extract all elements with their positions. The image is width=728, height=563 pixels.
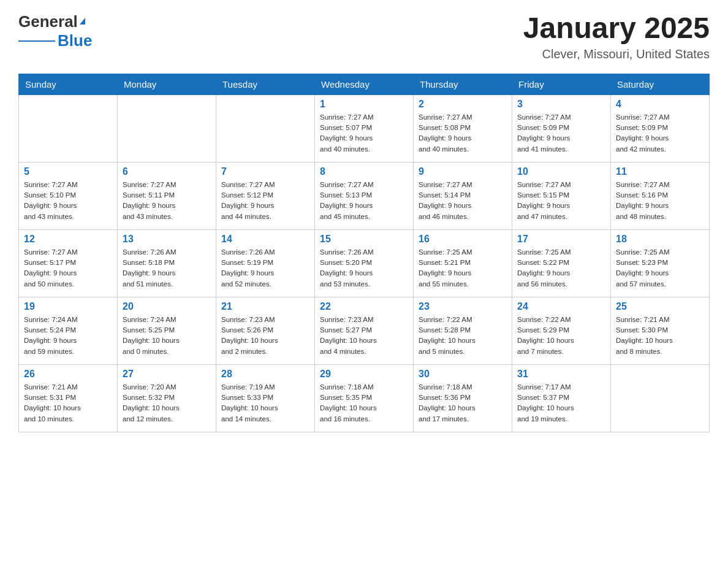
day-cell: 29Sunrise: 7:18 AMSunset: 5:35 PMDayligh… — [315, 364, 414, 432]
title-section: January 2025 Clever, Missouri, United St… — [523, 12, 710, 61]
day-info: Sunrise: 7:27 AMSunset: 5:13 PMDaylight:… — [320, 180, 408, 222]
calendar-table: SundayMondayTuesdayWednesdayThursdayFrid… — [18, 74, 710, 432]
day-cell: 21Sunrise: 7:23 AMSunset: 5:26 PMDayligh… — [216, 297, 315, 364]
day-cell: 5Sunrise: 7:27 AMSunset: 5:10 PMDaylight… — [19, 162, 118, 229]
day-number: 21 — [221, 301, 309, 312]
month-title: January 2025 — [523, 12, 710, 45]
day-number: 17 — [517, 234, 605, 245]
day-number: 28 — [221, 369, 309, 380]
day-info: Sunrise: 7:25 AMSunset: 5:21 PMDaylight:… — [419, 247, 507, 289]
day-cell: 15Sunrise: 7:26 AMSunset: 5:20 PMDayligh… — [315, 229, 414, 297]
day-cell: 18Sunrise: 7:25 AMSunset: 5:23 PMDayligh… — [611, 229, 710, 297]
week-row-3: 12Sunrise: 7:27 AMSunset: 5:17 PMDayligh… — [19, 229, 710, 297]
day-number: 29 — [320, 369, 408, 380]
day-number: 3 — [517, 99, 605, 110]
day-number: 6 — [123, 166, 211, 177]
logo-arrow-icon — [80, 18, 85, 25]
day-cell: 10Sunrise: 7:27 AMSunset: 5:15 PMDayligh… — [512, 162, 611, 229]
day-number: 14 — [221, 234, 309, 245]
weekday-header-monday: Monday — [118, 74, 216, 94]
day-number: 10 — [517, 166, 605, 177]
week-row-1: 1Sunrise: 7:27 AMSunset: 5:07 PMDaylight… — [19, 94, 710, 162]
day-info: Sunrise: 7:22 AMSunset: 5:29 PMDaylight:… — [517, 315, 605, 357]
day-cell: 23Sunrise: 7:22 AMSunset: 5:28 PMDayligh… — [414, 297, 512, 364]
day-cell: 19Sunrise: 7:24 AMSunset: 5:24 PMDayligh… — [19, 297, 118, 364]
day-info: Sunrise: 7:26 AMSunset: 5:18 PMDaylight:… — [123, 247, 211, 289]
day-info: Sunrise: 7:27 AMSunset: 5:15 PMDaylight:… — [517, 180, 605, 222]
day-info: Sunrise: 7:18 AMSunset: 5:35 PMDaylight:… — [320, 382, 408, 424]
day-cell: 13Sunrise: 7:26 AMSunset: 5:18 PMDayligh… — [118, 229, 216, 297]
weekday-header-thursday: Thursday — [414, 74, 512, 94]
day-cell: 26Sunrise: 7:21 AMSunset: 5:31 PMDayligh… — [19, 364, 118, 432]
day-cell: 24Sunrise: 7:22 AMSunset: 5:29 PMDayligh… — [512, 297, 611, 364]
day-info: Sunrise: 7:27 AMSunset: 5:09 PMDaylight:… — [517, 112, 605, 155]
logo-blue: Blue — [58, 31, 92, 50]
week-row-5: 26Sunrise: 7:21 AMSunset: 5:31 PMDayligh… — [19, 364, 710, 432]
week-row-2: 5Sunrise: 7:27 AMSunset: 5:10 PMDaylight… — [19, 162, 710, 229]
day-cell: 9Sunrise: 7:27 AMSunset: 5:14 PMDaylight… — [414, 162, 512, 229]
day-info: Sunrise: 7:27 AMSunset: 5:16 PMDaylight:… — [616, 180, 704, 222]
day-number: 20 — [123, 301, 211, 312]
day-cell — [611, 364, 710, 432]
day-number: 4 — [616, 99, 704, 110]
day-info: Sunrise: 7:22 AMSunset: 5:28 PMDaylight:… — [419, 315, 507, 357]
day-info: Sunrise: 7:27 AMSunset: 5:11 PMDaylight:… — [123, 180, 211, 222]
weekday-header-sunday: Sunday — [19, 74, 118, 94]
day-info: Sunrise: 7:26 AMSunset: 5:20 PMDaylight:… — [320, 247, 408, 289]
day-cell: 25Sunrise: 7:21 AMSunset: 5:30 PMDayligh… — [611, 297, 710, 364]
day-cell — [118, 94, 216, 162]
day-cell: 7Sunrise: 7:27 AMSunset: 5:12 PMDaylight… — [216, 162, 315, 229]
day-number: 15 — [320, 234, 408, 245]
day-cell — [19, 94, 118, 162]
day-number: 24 — [517, 301, 605, 312]
day-info: Sunrise: 7:27 AMSunset: 5:12 PMDaylight:… — [221, 180, 309, 222]
day-info: Sunrise: 7:27 AMSunset: 5:10 PMDaylight:… — [24, 180, 112, 222]
week-row-4: 19Sunrise: 7:24 AMSunset: 5:24 PMDayligh… — [19, 297, 710, 364]
day-info: Sunrise: 7:24 AMSunset: 5:24 PMDaylight:… — [24, 315, 112, 357]
day-info: Sunrise: 7:27 AMSunset: 5:14 PMDaylight:… — [419, 180, 507, 222]
day-number: 12 — [24, 234, 112, 245]
day-number: 23 — [419, 301, 507, 312]
day-number: 13 — [123, 234, 211, 245]
day-info: Sunrise: 7:19 AMSunset: 5:33 PMDaylight:… — [221, 382, 309, 424]
day-number: 16 — [419, 234, 507, 245]
day-number: 31 — [517, 369, 605, 380]
day-info: Sunrise: 7:27 AMSunset: 5:07 PMDaylight:… — [320, 112, 408, 155]
day-number: 2 — [419, 99, 507, 110]
weekday-header-tuesday: Tuesday — [216, 74, 315, 94]
logo-general: General — [18, 12, 78, 31]
day-number: 27 — [123, 369, 211, 380]
day-info: Sunrise: 7:21 AMSunset: 5:30 PMDaylight:… — [616, 315, 704, 357]
day-cell: 20Sunrise: 7:24 AMSunset: 5:25 PMDayligh… — [118, 297, 216, 364]
day-cell — [216, 94, 315, 162]
weekday-header-row: SundayMondayTuesdayWednesdayThursdayFrid… — [19, 74, 710, 94]
day-cell: 28Sunrise: 7:19 AMSunset: 5:33 PMDayligh… — [216, 364, 315, 432]
day-number: 7 — [221, 166, 309, 177]
day-cell: 30Sunrise: 7:18 AMSunset: 5:36 PMDayligh… — [414, 364, 512, 432]
day-cell: 17Sunrise: 7:25 AMSunset: 5:22 PMDayligh… — [512, 229, 611, 297]
day-cell: 31Sunrise: 7:17 AMSunset: 5:37 PMDayligh… — [512, 364, 611, 432]
day-cell: 3Sunrise: 7:27 AMSunset: 5:09 PMDaylight… — [512, 94, 611, 162]
day-number: 25 — [616, 301, 704, 312]
day-number: 8 — [320, 166, 408, 177]
logo: General Blue — [18, 12, 92, 50]
day-number: 9 — [419, 166, 507, 177]
day-info: Sunrise: 7:17 AMSunset: 5:37 PMDaylight:… — [517, 382, 605, 424]
day-info: Sunrise: 7:26 AMSunset: 5:19 PMDaylight:… — [221, 247, 309, 289]
day-info: Sunrise: 7:23 AMSunset: 5:26 PMDaylight:… — [221, 315, 309, 357]
day-number: 30 — [419, 369, 507, 380]
day-info: Sunrise: 7:21 AMSunset: 5:31 PMDaylight:… — [24, 382, 112, 424]
day-info: Sunrise: 7:27 AMSunset: 5:09 PMDaylight:… — [616, 112, 704, 155]
day-number: 22 — [320, 301, 408, 312]
weekday-header-friday: Friday — [512, 74, 611, 94]
day-info: Sunrise: 7:23 AMSunset: 5:27 PMDaylight:… — [320, 315, 408, 357]
day-info: Sunrise: 7:25 AMSunset: 5:22 PMDaylight:… — [517, 247, 605, 289]
day-number: 11 — [616, 166, 704, 177]
day-number: 26 — [24, 369, 112, 380]
day-info: Sunrise: 7:27 AMSunset: 5:08 PMDaylight:… — [419, 112, 507, 155]
day-info: Sunrise: 7:25 AMSunset: 5:23 PMDaylight:… — [616, 247, 704, 289]
day-info: Sunrise: 7:27 AMSunset: 5:17 PMDaylight:… — [24, 247, 112, 289]
day-cell: 2Sunrise: 7:27 AMSunset: 5:08 PMDaylight… — [414, 94, 512, 162]
day-number: 19 — [24, 301, 112, 312]
day-cell: 8Sunrise: 7:27 AMSunset: 5:13 PMDaylight… — [315, 162, 414, 229]
